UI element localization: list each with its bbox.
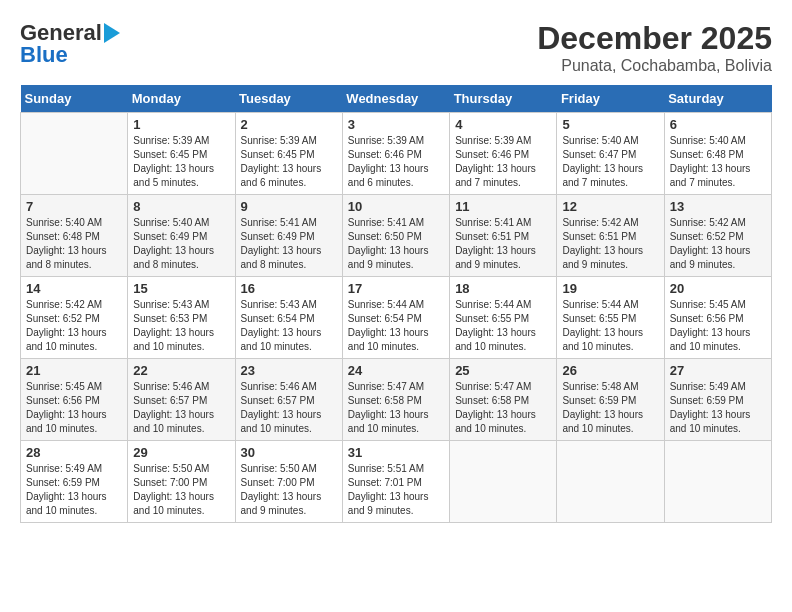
day-number: 17 <box>348 281 444 296</box>
month-title: December 2025 <box>537 20 772 57</box>
day-info: Sunrise: 5:41 AM Sunset: 6:49 PM Dayligh… <box>241 216 337 272</box>
day-info: Sunrise: 5:45 AM Sunset: 6:56 PM Dayligh… <box>26 380 122 436</box>
calendar-cell: 23Sunrise: 5:46 AM Sunset: 6:57 PM Dayli… <box>235 359 342 441</box>
day-info: Sunrise: 5:49 AM Sunset: 6:59 PM Dayligh… <box>26 462 122 518</box>
day-number: 14 <box>26 281 122 296</box>
calendar-cell: 3Sunrise: 5:39 AM Sunset: 6:46 PM Daylig… <box>342 113 449 195</box>
day-number: 15 <box>133 281 229 296</box>
day-info: Sunrise: 5:51 AM Sunset: 7:01 PM Dayligh… <box>348 462 444 518</box>
day-number: 23 <box>241 363 337 378</box>
logo-blue: Blue <box>20 42 68 68</box>
day-info: Sunrise: 5:50 AM Sunset: 7:00 PM Dayligh… <box>241 462 337 518</box>
day-number: 28 <box>26 445 122 460</box>
day-number: 19 <box>562 281 658 296</box>
calendar-cell: 30Sunrise: 5:50 AM Sunset: 7:00 PM Dayli… <box>235 441 342 523</box>
week-row-5: 28Sunrise: 5:49 AM Sunset: 6:59 PM Dayli… <box>21 441 772 523</box>
day-info: Sunrise: 5:47 AM Sunset: 6:58 PM Dayligh… <box>348 380 444 436</box>
day-number: 11 <box>455 199 551 214</box>
day-number: 13 <box>670 199 766 214</box>
calendar-cell: 11Sunrise: 5:41 AM Sunset: 6:51 PM Dayli… <box>450 195 557 277</box>
title-block: December 2025 Punata, Cochabamba, Bolivi… <box>537 20 772 75</box>
calendar-cell: 26Sunrise: 5:48 AM Sunset: 6:59 PM Dayli… <box>557 359 664 441</box>
calendar-cell: 24Sunrise: 5:47 AM Sunset: 6:58 PM Dayli… <box>342 359 449 441</box>
day-number: 20 <box>670 281 766 296</box>
day-number: 6 <box>670 117 766 132</box>
calendar-cell: 27Sunrise: 5:49 AM Sunset: 6:59 PM Dayli… <box>664 359 771 441</box>
calendar-cell <box>557 441 664 523</box>
calendar-cell: 16Sunrise: 5:43 AM Sunset: 6:54 PM Dayli… <box>235 277 342 359</box>
day-info: Sunrise: 5:44 AM Sunset: 6:54 PM Dayligh… <box>348 298 444 354</box>
calendar-cell: 9Sunrise: 5:41 AM Sunset: 6:49 PM Daylig… <box>235 195 342 277</box>
calendar-cell: 19Sunrise: 5:44 AM Sunset: 6:55 PM Dayli… <box>557 277 664 359</box>
calendar-cell <box>450 441 557 523</box>
day-info: Sunrise: 5:39 AM Sunset: 6:46 PM Dayligh… <box>455 134 551 190</box>
day-number: 7 <box>26 199 122 214</box>
day-info: Sunrise: 5:50 AM Sunset: 7:00 PM Dayligh… <box>133 462 229 518</box>
day-number: 29 <box>133 445 229 460</box>
calendar-cell: 28Sunrise: 5:49 AM Sunset: 6:59 PM Dayli… <box>21 441 128 523</box>
day-info: Sunrise: 5:40 AM Sunset: 6:47 PM Dayligh… <box>562 134 658 190</box>
page-header: General Blue December 2025 Punata, Cocha… <box>20 20 772 75</box>
week-row-1: 1Sunrise: 5:39 AM Sunset: 6:45 PM Daylig… <box>21 113 772 195</box>
day-info: Sunrise: 5:40 AM Sunset: 6:48 PM Dayligh… <box>670 134 766 190</box>
day-number: 1 <box>133 117 229 132</box>
day-info: Sunrise: 5:39 AM Sunset: 6:45 PM Dayligh… <box>133 134 229 190</box>
day-number: 18 <box>455 281 551 296</box>
calendar-cell: 20Sunrise: 5:45 AM Sunset: 6:56 PM Dayli… <box>664 277 771 359</box>
day-number: 8 <box>133 199 229 214</box>
calendar-cell: 21Sunrise: 5:45 AM Sunset: 6:56 PM Dayli… <box>21 359 128 441</box>
calendar-cell: 13Sunrise: 5:42 AM Sunset: 6:52 PM Dayli… <box>664 195 771 277</box>
day-info: Sunrise: 5:40 AM Sunset: 6:48 PM Dayligh… <box>26 216 122 272</box>
day-number: 27 <box>670 363 766 378</box>
calendar-cell: 10Sunrise: 5:41 AM Sunset: 6:50 PM Dayli… <box>342 195 449 277</box>
day-number: 9 <box>241 199 337 214</box>
weekday-header-wednesday: Wednesday <box>342 85 449 113</box>
day-info: Sunrise: 5:39 AM Sunset: 6:46 PM Dayligh… <box>348 134 444 190</box>
day-info: Sunrise: 5:42 AM Sunset: 6:52 PM Dayligh… <box>670 216 766 272</box>
day-info: Sunrise: 5:43 AM Sunset: 6:54 PM Dayligh… <box>241 298 337 354</box>
day-info: Sunrise: 5:46 AM Sunset: 6:57 PM Dayligh… <box>241 380 337 436</box>
location: Punata, Cochabamba, Bolivia <box>537 57 772 75</box>
calendar-cell: 2Sunrise: 5:39 AM Sunset: 6:45 PM Daylig… <box>235 113 342 195</box>
calendar-cell: 4Sunrise: 5:39 AM Sunset: 6:46 PM Daylig… <box>450 113 557 195</box>
logo-arrow-icon <box>104 23 120 43</box>
day-number: 12 <box>562 199 658 214</box>
day-number: 2 <box>241 117 337 132</box>
calendar-cell: 29Sunrise: 5:50 AM Sunset: 7:00 PM Dayli… <box>128 441 235 523</box>
weekday-header-row: SundayMondayTuesdayWednesdayThursdayFrid… <box>21 85 772 113</box>
calendar-cell: 15Sunrise: 5:43 AM Sunset: 6:53 PM Dayli… <box>128 277 235 359</box>
day-number: 26 <box>562 363 658 378</box>
weekday-header-thursday: Thursday <box>450 85 557 113</box>
calendar-cell: 8Sunrise: 5:40 AM Sunset: 6:49 PM Daylig… <box>128 195 235 277</box>
calendar-cell <box>21 113 128 195</box>
day-info: Sunrise: 5:46 AM Sunset: 6:57 PM Dayligh… <box>133 380 229 436</box>
calendar-cell: 1Sunrise: 5:39 AM Sunset: 6:45 PM Daylig… <box>128 113 235 195</box>
day-info: Sunrise: 5:49 AM Sunset: 6:59 PM Dayligh… <box>670 380 766 436</box>
logo: General Blue <box>20 20 120 68</box>
calendar-cell: 5Sunrise: 5:40 AM Sunset: 6:47 PM Daylig… <box>557 113 664 195</box>
calendar-cell <box>664 441 771 523</box>
calendar-cell: 22Sunrise: 5:46 AM Sunset: 6:57 PM Dayli… <box>128 359 235 441</box>
day-info: Sunrise: 5:43 AM Sunset: 6:53 PM Dayligh… <box>133 298 229 354</box>
day-info: Sunrise: 5:48 AM Sunset: 6:59 PM Dayligh… <box>562 380 658 436</box>
day-info: Sunrise: 5:40 AM Sunset: 6:49 PM Dayligh… <box>133 216 229 272</box>
day-number: 3 <box>348 117 444 132</box>
day-number: 10 <box>348 199 444 214</box>
day-info: Sunrise: 5:41 AM Sunset: 6:51 PM Dayligh… <box>455 216 551 272</box>
calendar-cell: 17Sunrise: 5:44 AM Sunset: 6:54 PM Dayli… <box>342 277 449 359</box>
day-number: 25 <box>455 363 551 378</box>
day-info: Sunrise: 5:44 AM Sunset: 6:55 PM Dayligh… <box>562 298 658 354</box>
day-number: 5 <box>562 117 658 132</box>
day-info: Sunrise: 5:47 AM Sunset: 6:58 PM Dayligh… <box>455 380 551 436</box>
calendar-cell: 7Sunrise: 5:40 AM Sunset: 6:48 PM Daylig… <box>21 195 128 277</box>
day-number: 31 <box>348 445 444 460</box>
calendar-cell: 18Sunrise: 5:44 AM Sunset: 6:55 PM Dayli… <box>450 277 557 359</box>
weekday-header-tuesday: Tuesday <box>235 85 342 113</box>
day-number: 21 <box>26 363 122 378</box>
week-row-4: 21Sunrise: 5:45 AM Sunset: 6:56 PM Dayli… <box>21 359 772 441</box>
day-number: 4 <box>455 117 551 132</box>
calendar-cell: 14Sunrise: 5:42 AM Sunset: 6:52 PM Dayli… <box>21 277 128 359</box>
day-info: Sunrise: 5:44 AM Sunset: 6:55 PM Dayligh… <box>455 298 551 354</box>
day-info: Sunrise: 5:42 AM Sunset: 6:51 PM Dayligh… <box>562 216 658 272</box>
calendar-cell: 25Sunrise: 5:47 AM Sunset: 6:58 PM Dayli… <box>450 359 557 441</box>
